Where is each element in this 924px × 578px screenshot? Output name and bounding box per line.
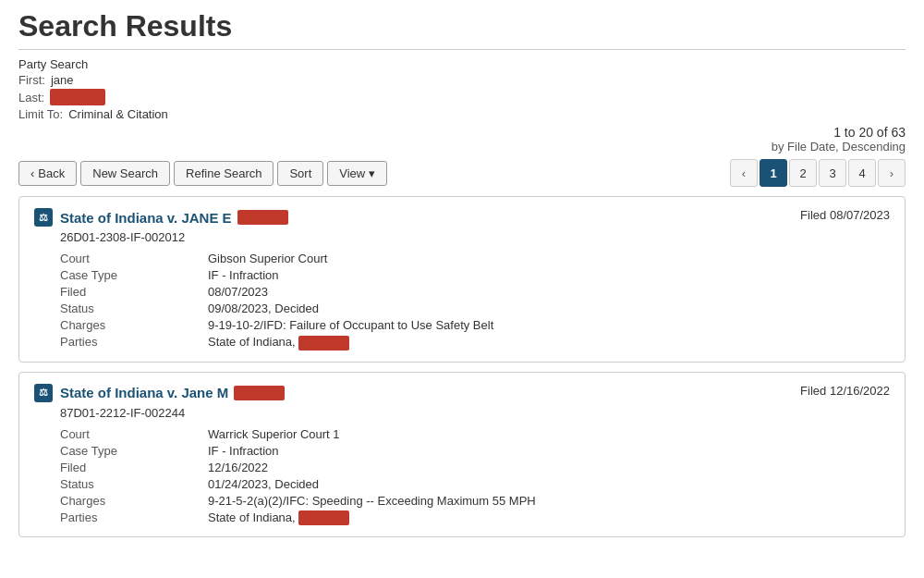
charges-label-1: Charges bbox=[60, 318, 208, 332]
parties-redacted-2 bbox=[298, 510, 349, 525]
sort-button[interactable]: Sort bbox=[277, 161, 323, 186]
status-value-1: 09/08/2023, Decided bbox=[208, 301, 890, 315]
charges-label-2: Charges bbox=[60, 494, 208, 508]
filed-date-value-2: 12/16/2022 bbox=[830, 384, 890, 398]
new-search-button[interactable]: New Search bbox=[80, 161, 170, 186]
last-label: Last: bbox=[18, 91, 44, 105]
case-title-link-1[interactable]: State of Indiana v. JANE E bbox=[60, 210, 288, 226]
pagination: ‹ 1 2 3 4 › bbox=[730, 159, 906, 187]
case-icon-2: ⚖ bbox=[34, 384, 53, 402]
case-title-redacted-2 bbox=[234, 386, 285, 400]
toolbar: ‹ Back New Search Refine Search Sort Vie… bbox=[18, 159, 906, 187]
case-title-text-1: State of Indiana v. JANE E bbox=[60, 210, 232, 226]
filed-value-2: 12/16/2022 bbox=[208, 461, 890, 474]
charges-value-2: 9-21-5-2(a)(2)/IFC: Speeding -- Exceedin… bbox=[208, 494, 890, 508]
parties-redacted-1 bbox=[298, 336, 349, 350]
refine-search-button[interactable]: Refine Search bbox=[174, 161, 274, 186]
pagination-page-1-button[interactable]: 1 bbox=[760, 159, 787, 187]
case-icon-1: ⚖ bbox=[34, 208, 53, 227]
case-type-label-2: Case Type bbox=[60, 444, 208, 458]
case-number-2: 87D01-2212-IF-002244 bbox=[60, 406, 890, 420]
case-type-label-1: Case Type bbox=[60, 268, 208, 282]
result-title-1: ⚖ State of Indiana v. JANE E bbox=[34, 208, 288, 227]
first-label: First: bbox=[18, 73, 45, 87]
filed-label-2: Filed bbox=[60, 461, 208, 474]
page-title: Search Results bbox=[18, 9, 906, 50]
results-count-block: 1 to 20 of 63 by File Date, Descending bbox=[772, 125, 906, 154]
status-label-1: Status bbox=[60, 301, 208, 315]
case-type-value-1: IF - Infraction bbox=[208, 268, 890, 282]
filed-date-display-2: Filed 12/16/2022 bbox=[800, 384, 890, 398]
status-value-2: 01/24/2023, Decided bbox=[208, 477, 890, 491]
filed-label-1: Filed bbox=[60, 285, 208, 299]
parties-value-1: State of Indiana, bbox=[208, 335, 890, 350]
case-number-1: 26D01-2308-IF-002012 bbox=[60, 230, 890, 244]
search-type: Party Search bbox=[18, 57, 88, 71]
results-list: ⚖ State of Indiana v. JANE E Filed 08/07… bbox=[18, 196, 906, 547]
filed-date-display-1: Filed 08/07/2023 bbox=[800, 208, 890, 222]
case-title-text-2: State of Indiana v. Jane M bbox=[60, 385, 228, 400]
pagination-next-button[interactable]: › bbox=[878, 159, 906, 187]
last-value-redacted bbox=[50, 89, 105, 105]
results-header: 1 to 20 of 63 by File Date, Descending bbox=[18, 125, 906, 154]
view-chevron-icon: ▾ bbox=[369, 166, 375, 180]
filed-date-value-1: 08/07/2023 bbox=[830, 208, 890, 222]
parties-label-1: Parties bbox=[60, 335, 208, 350]
court-label-2: Court bbox=[60, 427, 208, 441]
result-card-1: ⚖ State of Indiana v. JANE E Filed 08/07… bbox=[18, 196, 906, 363]
pagination-page-2-button[interactable]: 2 bbox=[789, 159, 817, 187]
limit-value: Criminal & Citation bbox=[68, 107, 168, 121]
result-card-2: ⚖ State of Indiana v. Jane M Filed 12/16… bbox=[18, 372, 906, 538]
limit-label: Limit To: bbox=[18, 107, 63, 121]
result-header-1: ⚖ State of Indiana v. JANE E Filed 08/07… bbox=[34, 208, 890, 227]
parties-value-2: State of Indiana, bbox=[208, 510, 890, 526]
pagination-prev-button[interactable]: ‹ bbox=[730, 159, 758, 187]
case-title-link-2[interactable]: State of Indiana v. Jane M bbox=[60, 385, 285, 400]
case-details-1: Court Gibson Superior Court Case Type IF… bbox=[60, 252, 890, 350]
parties-label-2: Parties bbox=[60, 510, 208, 526]
result-header-2: ⚖ State of Indiana v. Jane M Filed 12/16… bbox=[34, 384, 890, 402]
court-label-1: Court bbox=[60, 252, 208, 265]
back-button[interactable]: ‹ Back bbox=[18, 161, 77, 186]
charges-value-1: 9-19-10-2/IFD: Failure of Occupant to Us… bbox=[208, 318, 890, 332]
results-count: 1 to 20 of 63 bbox=[772, 125, 906, 140]
filed-value-1: 08/07/2023 bbox=[208, 285, 890, 299]
court-value-1: Gibson Superior Court bbox=[208, 252, 890, 265]
case-details-2: Court Warrick Superior Court 1 Case Type… bbox=[60, 427, 890, 526]
court-value-2: Warrick Superior Court 1 bbox=[208, 427, 890, 441]
case-title-redacted-1 bbox=[237, 210, 288, 225]
back-label: Back bbox=[38, 166, 65, 180]
view-label: View bbox=[339, 166, 365, 180]
search-meta: Party Search First: jane Last: Limit To:… bbox=[18, 57, 906, 121]
toolbar-left: ‹ Back New Search Refine Search Sort Vie… bbox=[18, 161, 387, 186]
pagination-page-3-button[interactable]: 3 bbox=[819, 159, 846, 187]
first-value: jane bbox=[51, 73, 74, 87]
pagination-page-4-button[interactable]: 4 bbox=[848, 159, 876, 187]
result-title-2: ⚖ State of Indiana v. Jane M bbox=[34, 384, 285, 402]
back-arrow-icon: ‹ bbox=[30, 166, 34, 180]
filed-prefix-1: Filed bbox=[800, 208, 826, 222]
view-button[interactable]: View ▾ bbox=[327, 161, 387, 186]
status-label-2: Status bbox=[60, 477, 208, 491]
filed-prefix-2: Filed bbox=[800, 384, 826, 398]
case-type-value-2: IF - Infraction bbox=[208, 444, 890, 458]
results-sort-label: by File Date, Descending bbox=[772, 140, 906, 154]
